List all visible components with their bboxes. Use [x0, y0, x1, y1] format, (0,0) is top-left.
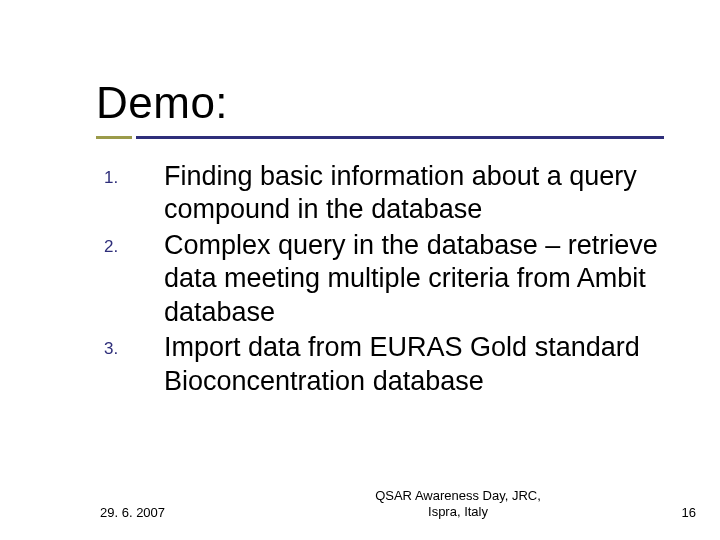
underline-accent: [96, 136, 132, 139]
footer-date: 29. 6. 2007: [100, 505, 290, 520]
content-area: 1. Finding basic information about a que…: [104, 160, 660, 400]
slide: Demo: 1. Finding basic information about…: [0, 0, 720, 540]
footer-venue-line1: QSAR Awareness Day, JRC,: [375, 488, 541, 503]
list-marker: 2.: [104, 229, 164, 257]
title-underline: [96, 136, 664, 140]
list-item: 2. Complex query in the database – retri…: [104, 229, 660, 329]
list-text: Finding basic information about a query …: [164, 160, 660, 227]
slide-title: Demo:: [96, 78, 660, 128]
list-item: 3. Import data from EURAS Gold standard …: [104, 331, 660, 398]
numbered-list: 1. Finding basic information about a que…: [104, 160, 660, 398]
list-marker: 1.: [104, 160, 164, 188]
underline-main: [136, 136, 664, 139]
list-text: Complex query in the database – retrieve…: [164, 229, 660, 329]
list-item: 1. Finding basic information about a que…: [104, 160, 660, 227]
list-marker: 3.: [104, 331, 164, 359]
footer-venue: QSAR Awareness Day, JRC, Ispra, Italy: [290, 488, 626, 521]
footer-page-number: 16: [626, 505, 696, 520]
footer-venue-line2: Ispra, Italy: [428, 504, 488, 519]
title-area: Demo:: [96, 78, 660, 128]
list-text: Import data from EURAS Gold standard Bio…: [164, 331, 660, 398]
footer: 29. 6. 2007 QSAR Awareness Day, JRC, Isp…: [0, 488, 720, 521]
